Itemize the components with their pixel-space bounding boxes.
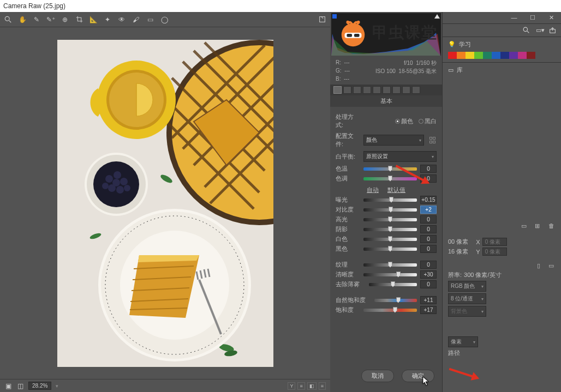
temp-value[interactable]: 0 xyxy=(420,165,437,173)
profile-dropdown[interactable]: 颜色▾ xyxy=(363,135,424,146)
blacks-slider[interactable] xyxy=(363,248,417,251)
spot-removal-icon[interactable]: ✦ xyxy=(104,16,111,23)
single-view-icon[interactable]: ▣ xyxy=(4,382,12,390)
highlights-value[interactable]: 0 xyxy=(420,215,437,224)
blacks-value[interactable]: 0 xyxy=(420,245,437,253)
whites-value[interactable]: 0 xyxy=(420,235,437,243)
preview-panel: ✋ ✎ ✎⁺ ⊕ 📐 ✦ 👁 🖌 ▭ ◯ xyxy=(0,12,330,392)
bits-dropdown[interactable]: 8 位/通道▾ xyxy=(448,293,486,304)
before-after-icon[interactable]: ◧ xyxy=(307,382,317,390)
default-link[interactable]: 默认值 xyxy=(387,186,405,194)
svg-line-1 xyxy=(9,20,11,22)
fullscreen-toggle-icon[interactable] xyxy=(318,16,326,23)
vibrance-slider[interactable] xyxy=(374,299,417,302)
landscape-icon[interactable]: ▭ xyxy=(548,262,556,269)
svg-point-27 xyxy=(120,178,128,185)
search-icon[interactable] xyxy=(523,27,530,34)
library-panel-tab[interactable]: ▭ 库 xyxy=(443,62,561,77)
zoom-dropdown-icon[interactable]: ▾ xyxy=(56,383,58,389)
close-icon[interactable]: ✕ xyxy=(546,14,557,22)
menu-icon[interactable]: ≡ xyxy=(319,382,326,390)
clarity-value[interactable]: +30 xyxy=(420,270,437,279)
x-input[interactable] xyxy=(482,238,507,246)
treatment-bw-radio[interactable]: 黑白 xyxy=(419,117,437,125)
compare-view-icon[interactable]: ◫ xyxy=(16,382,24,390)
clarity-slider[interactable] xyxy=(363,273,417,276)
radial-filter-icon[interactable]: ◯ xyxy=(160,16,168,23)
paths-tab[interactable]: 路径 xyxy=(448,349,460,357)
portrait-icon[interactable]: ▯ xyxy=(537,262,544,269)
workspace-icon[interactable]: ▭▾ xyxy=(536,27,544,34)
svg-point-0 xyxy=(5,16,9,21)
unit-dropdown[interactable]: 像素▾ xyxy=(448,336,478,347)
y-input[interactable] xyxy=(482,248,507,256)
exposure-slider[interactable] xyxy=(363,198,417,202)
new-layer-icon[interactable]: ⊞ xyxy=(535,222,542,230)
svg-line-48 xyxy=(527,31,529,33)
tab-presets-icon[interactable] xyxy=(412,86,420,94)
vibrance-value[interactable]: +11 xyxy=(420,296,437,304)
svg-point-29 xyxy=(116,186,124,194)
contrast-value[interactable]: +2 xyxy=(420,206,437,214)
tint-slider[interactable] xyxy=(363,177,417,180)
learn-panel-tab[interactable]: 💡 学习 xyxy=(443,37,561,52)
svg-point-32 xyxy=(112,179,120,186)
cancel-button[interactable]: 取消 xyxy=(361,370,394,382)
tab-split-icon[interactable] xyxy=(373,86,381,94)
camera-raw-toolbar: ✋ ✎ ✎⁺ ⊕ 📐 ✦ 👁 🖌 ▭ ◯ xyxy=(0,12,330,27)
zoom-tool-icon[interactable] xyxy=(4,16,12,23)
image-preview-area[interactable] xyxy=(0,27,330,379)
bg-dropdown[interactable]: 背景色▾ xyxy=(448,306,486,317)
target-adjust-icon[interactable]: ⊕ xyxy=(61,16,69,23)
histogram[interactable] xyxy=(331,13,441,56)
shadow-clip-icon[interactable]: Y xyxy=(288,382,295,390)
tab-curve-icon[interactable] xyxy=(343,86,351,94)
shadows-slider[interactable] xyxy=(363,228,417,231)
svg-point-31 xyxy=(124,185,130,191)
color-sampler-icon[interactable]: ✎⁺ xyxy=(47,16,55,23)
tab-basic-icon[interactable] xyxy=(333,86,342,94)
mode-dropdown[interactable]: RGB 颜色▾ xyxy=(448,281,486,292)
profile-browser-icon[interactable] xyxy=(429,137,437,144)
tab-calibrate-icon[interactable] xyxy=(402,86,410,94)
tab-fx-icon[interactable] xyxy=(392,86,401,94)
highlight-clip-icon[interactable]: ≡ xyxy=(297,382,305,390)
adjustment-panel: R: ---f/10 1/160 秒 G: ---ISO 100 18-55@3… xyxy=(330,12,442,392)
dehaze-value[interactable]: 0 xyxy=(420,280,437,288)
highlights-slider[interactable] xyxy=(363,218,417,221)
wb-dropdown[interactable]: 原照设置▾ xyxy=(363,151,437,162)
saturation-slider[interactable] xyxy=(363,309,417,312)
camera-raw-titlebar: Camera Raw (25.jpg) xyxy=(0,0,561,12)
share-icon[interactable] xyxy=(549,27,557,34)
texture-value[interactable]: 0 xyxy=(420,261,437,269)
library-icon: ▭ xyxy=(448,67,453,74)
minimize-icon[interactable]: — xyxy=(509,14,520,22)
redeye-tool-icon[interactable]: 👁 xyxy=(118,16,126,23)
temp-slider[interactable] xyxy=(363,167,417,171)
color-swatches[interactable] xyxy=(443,52,561,62)
dehaze-slider[interactable] xyxy=(369,283,417,286)
contrast-slider[interactable] xyxy=(363,208,417,212)
new-group-icon[interactable]: ▭ xyxy=(521,222,528,230)
crop-tool-icon[interactable] xyxy=(75,16,83,23)
tab-lens-icon[interactable] xyxy=(383,86,391,94)
tab-hsl-icon[interactable] xyxy=(363,86,371,94)
zoom-level[interactable]: 28.2% xyxy=(28,382,51,390)
adjustment-brush-icon[interactable]: 🖌 xyxy=(132,16,140,23)
white-balance-eyedropper-icon[interactable]: ✎ xyxy=(33,16,40,23)
whites-slider[interactable] xyxy=(363,238,417,241)
panel-tabs xyxy=(330,85,442,95)
maximize-icon[interactable]: ☐ xyxy=(527,14,538,22)
auto-link[interactable]: 自动 xyxy=(367,186,379,194)
hand-tool-icon[interactable]: ✋ xyxy=(19,16,26,23)
trash-icon[interactable]: 🗑 xyxy=(548,222,556,230)
tab-detail-icon[interactable] xyxy=(353,86,361,94)
shadows-value[interactable]: 0 xyxy=(420,225,437,233)
texture-slider[interactable] xyxy=(363,263,417,267)
saturation-value[interactable]: +17 xyxy=(420,306,437,314)
treatment-color-radio[interactable]: 颜色 xyxy=(395,117,413,125)
graduated-filter-icon[interactable]: ▭ xyxy=(146,16,154,23)
straighten-tool-icon[interactable]: 📐 xyxy=(89,16,97,23)
panel-title: 基本 xyxy=(330,95,442,107)
exposure-value[interactable]: +0.15 xyxy=(420,196,437,204)
